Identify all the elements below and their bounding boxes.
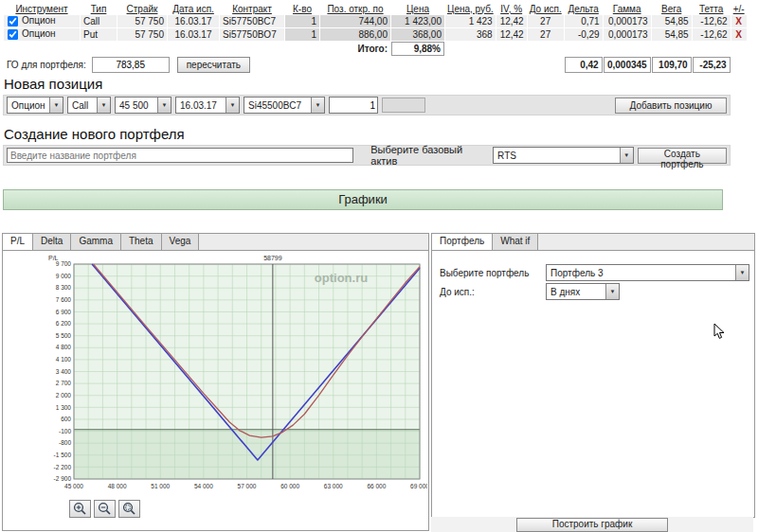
- portfolio-tabs: Портфель What if: [432, 234, 754, 251]
- zoom-out-button[interactable]: [94, 500, 116, 518]
- svg-text:option.ru: option.ru: [315, 271, 368, 285]
- portfolio-select-label: Выберите портфель: [440, 268, 529, 278]
- totals-price-pct: 9,88%: [391, 42, 444, 56]
- recalculate-button[interactable]: пересчитать: [177, 57, 250, 73]
- col-instrument[interactable]: Инструмент: [4, 3, 80, 14]
- svg-text:-2 200: -2 200: [54, 464, 72, 470]
- new-portfolio-row: Выберите базовый актив RTS▼ Создать порт…: [3, 145, 731, 166]
- margin-row: ГО для портфеля:пересчитать 0,42 0,00034…: [4, 57, 747, 73]
- svg-text:-100: -100: [59, 428, 71, 434]
- price-preview-box: [382, 98, 425, 113]
- remove-position-button[interactable]: X: [731, 15, 747, 27]
- pl-chart: option.ru58799P/L9 7009 0008 3007 6006 9…: [3, 251, 427, 495]
- option-type-select[interactable]: Call▼: [67, 97, 111, 114]
- new-portfolio-title: Создание нового портфеля: [3, 124, 731, 146]
- quantity-input[interactable]: [329, 97, 378, 114]
- col-iv[interactable]: IV, %: [496, 3, 527, 14]
- instrument-cell: Опцион: [4, 15, 80, 27]
- create-portfolio-button[interactable]: Создать портфель: [638, 148, 727, 164]
- table-header-row: Инструмент Тип Страйк Дата исп. Контракт…: [4, 3, 747, 14]
- go-label: ГО для портфеля:: [7, 60, 86, 70]
- go-cell: ГО для портфеля:пересчитать: [4, 57, 319, 73]
- remove-position-button[interactable]: X: [731, 28, 747, 41]
- expiry-date-select[interactable]: 16.03.17▼: [175, 97, 240, 114]
- new-position-row: Опцион▼ Call▼ 45 500▼ 16.03.17▼ Si45500B…: [3, 95, 731, 115]
- col-price[interactable]: Цена: [391, 3, 444, 14]
- col-delta[interactable]: Дельта: [565, 3, 603, 14]
- svg-text:45 000: 45 000: [64, 483, 83, 489]
- tab-delta[interactable]: Delta: [33, 234, 71, 250]
- zoom-out-icon: [98, 502, 112, 516]
- portfolio-name-input[interactable]: [7, 148, 353, 163]
- col-theta[interactable]: Тетта: [693, 3, 731, 14]
- col-strike[interactable]: Страйк: [117, 3, 167, 14]
- svg-text:600: 600: [61, 416, 71, 422]
- tab-portfolio[interactable]: Портфель: [432, 234, 493, 250]
- col-open[interactable]: Поз. откр. по: [320, 3, 390, 14]
- chevron-down-icon: ▼: [735, 265, 749, 280]
- tab-what-if[interactable]: What if: [493, 234, 538, 250]
- col-close: +/-: [731, 3, 747, 14]
- chart-tabs: P/L Delta Gamma Theta Vega: [3, 234, 428, 251]
- strike-select[interactable]: 45 500▼: [115, 97, 171, 114]
- add-position-button[interactable]: Добавить позицию: [615, 98, 727, 114]
- zoom-in-button[interactable]: [69, 500, 91, 518]
- chevron-down-icon: ▼: [226, 98, 239, 113]
- tab-vega[interactable]: Vega: [162, 234, 200, 250]
- position-checkbox[interactable]: [8, 29, 18, 40]
- total-delta: 0,42: [565, 57, 603, 73]
- tab-pl[interactable]: P/L: [3, 234, 33, 250]
- col-contract[interactable]: Контракт: [220, 3, 284, 14]
- svg-text:54 000: 54 000: [194, 483, 213, 489]
- col-qty[interactable]: К-во: [285, 3, 319, 14]
- total-theta: -25,23: [693, 57, 731, 73]
- svg-text:66 000: 66 000: [367, 483, 386, 489]
- days-mode-select[interactable]: В днях▼: [546, 283, 620, 300]
- chevron-down-icon: ▼: [311, 98, 324, 113]
- svg-text:6 200: 6 200: [56, 320, 72, 327]
- portfolio-select[interactable]: Портфель 3▼: [546, 264, 749, 281]
- svg-text:-1 500: -1 500: [54, 452, 72, 458]
- totals-label: Итого:: [320, 42, 390, 56]
- svg-text:4 100: 4 100: [56, 356, 72, 363]
- portfolio-panel: Портфель What if Выберите портфель Портф…: [431, 233, 755, 518]
- col-price-rub[interactable]: Цена, руб.: [445, 3, 496, 14]
- svg-text:69 000: 69 000: [410, 483, 427, 489]
- chevron-down-icon: ▼: [49, 98, 63, 113]
- base-asset-select[interactable]: RTS▼: [493, 147, 634, 164]
- svg-text:63 000: 63 000: [324, 483, 343, 489]
- total-vega: 109,70: [652, 57, 692, 73]
- svg-text:5 500: 5 500: [56, 332, 72, 339]
- col-days[interactable]: До исп.: [528, 3, 564, 14]
- contract-select[interactable]: Si45500BC7▼: [244, 97, 325, 114]
- days-mode-label: До исп.:: [440, 287, 475, 297]
- new-position-title: Новая позиция: [3, 74, 731, 96]
- col-type[interactable]: Тип: [81, 3, 117, 14]
- go-input[interactable]: [92, 57, 170, 73]
- col-vega[interactable]: Вега: [652, 3, 692, 14]
- options-portfolio-page: Инструмент Тип Страйк Дата исп. Контракт…: [0, 0, 758, 532]
- table-row: Опцион Put 57 750 16.03.17 Si57750BO7 1 …: [4, 28, 747, 41]
- svg-text:-2 900: -2 900: [54, 475, 72, 482]
- table-row: Опцион Call 57 750 16.03.17 Si57750BC7 1…: [4, 15, 747, 27]
- svg-text:1 300: 1 300: [56, 404, 72, 411]
- instrument-select[interactable]: Опцион▼: [7, 97, 63, 114]
- col-gamma[interactable]: Гамма: [604, 3, 651, 14]
- position-checkbox[interactable]: [8, 16, 18, 27]
- positions-table: Инструмент Тип Страйк Дата исп. Контракт…: [3, 2, 748, 74]
- svg-text:3 400: 3 400: [56, 368, 72, 375]
- svg-text:60 000: 60 000: [280, 483, 299, 489]
- build-chart-button[interactable]: Построить график: [516, 518, 668, 532]
- zoom-controls: [69, 500, 140, 518]
- tab-theta[interactable]: Theta: [121, 234, 162, 250]
- svg-text:9 000: 9 000: [56, 273, 72, 279]
- chevron-down-icon: ▼: [620, 148, 633, 163]
- zoom-select-button[interactable]: [118, 500, 140, 518]
- svg-text:57 000: 57 000: [238, 483, 257, 489]
- zoom-select-icon: [122, 502, 136, 516]
- total-gamma: 0,000345: [604, 57, 651, 73]
- tab-gamma[interactable]: Gamma: [71, 234, 121, 250]
- charts-section-header: Графики: [3, 189, 723, 210]
- col-date[interactable]: Дата исп.: [168, 3, 219, 14]
- svg-text:6 900: 6 900: [56, 309, 72, 315]
